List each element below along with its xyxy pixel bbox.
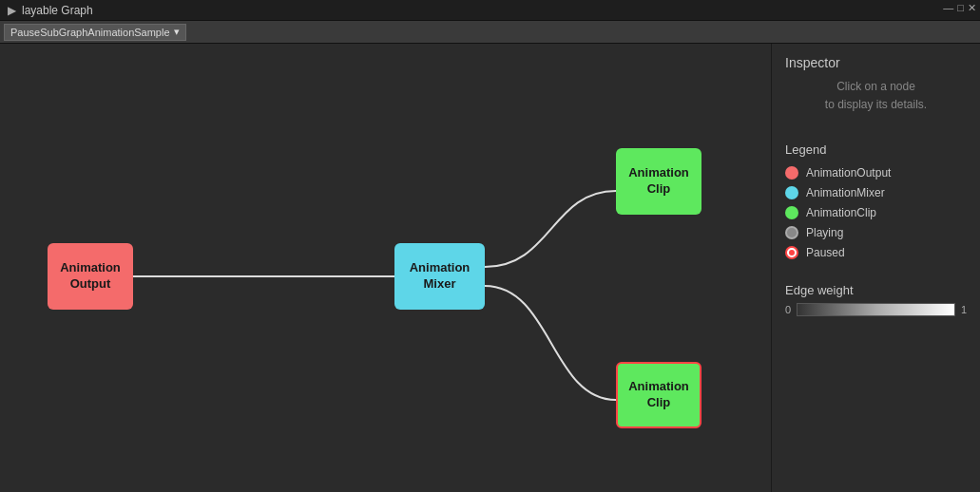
legend-item-output: AnimationOutput — [785, 166, 967, 180]
inspector-title: Inspector — [785, 55, 967, 70]
legend-dot-paused — [785, 246, 798, 259]
maximize-button[interactable]: □ — [957, 2, 964, 14]
edge-weight-section: Edge weight 0 1 — [785, 283, 967, 316]
animation-mixer-node[interactable]: AnimationMixer — [394, 243, 485, 310]
toolbar: PauseSubGraphAnimationSample ▾ — [0, 21, 980, 44]
legend-item-paused: Paused — [785, 246, 967, 259]
legend-title: Legend — [785, 142, 967, 157]
graph-dropdown[interactable]: PauseSubGraphAnimationSample ▾ — [4, 24, 186, 41]
legend-label-paused: Paused — [806, 246, 845, 259]
window-controls: — □ ✕ — [943, 2, 976, 14]
legend-item-mixer: AnimationMixer — [785, 186, 967, 199]
edge-weight-max: 1 — [961, 304, 967, 315]
legend-dot-output — [785, 166, 798, 180]
inspector-panel: Inspector Click on a node to display its… — [771, 44, 980, 492]
main-area: AnimationOutput AnimationMixer Animation… — [0, 44, 980, 492]
legend-dot-playing — [785, 226, 798, 239]
animation-clip-top-node[interactable]: AnimationClip — [616, 148, 701, 215]
edge-weight-min: 0 — [785, 304, 791, 315]
animation-clip-top-label: AnimationClip — [628, 165, 689, 198]
legend-dot-mixer — [785, 186, 798, 199]
animation-output-label: AnimationOutput — [60, 260, 121, 293]
legend-label-mixer: AnimationMixer — [806, 186, 885, 199]
animation-output-node[interactable]: AnimationOutput — [48, 243, 133, 310]
graph-canvas[interactable]: AnimationOutput AnimationMixer Animation… — [0, 44, 771, 492]
title-icon: ▶ — [8, 4, 16, 17]
legend-dot-clip — [785, 206, 798, 219]
gradient-bar — [797, 303, 955, 316]
legend-label-clip: AnimationClip — [806, 206, 876, 219]
legend-item-clip: AnimationClip — [785, 206, 967, 219]
animation-mixer-label: AnimationMixer — [410, 260, 471, 293]
animation-clip-bottom-node[interactable]: AnimationClip — [616, 362, 701, 428]
dropdown-arrow: ▾ — [174, 26, 180, 38]
legend-label-playing: Playing — [806, 226, 843, 239]
legend-label-output: AnimationOutput — [806, 166, 891, 180]
legend-item-playing: Playing — [785, 226, 967, 239]
title-bar: ▶ layable Graph — □ ✕ — [0, 0, 980, 21]
edge-weight-title: Edge weight — [785, 283, 967, 297]
inspector-hint: Click on a node to display its details. — [785, 78, 967, 114]
close-button[interactable]: ✕ — [968, 2, 976, 14]
title-bar-text: layable Graph — [22, 4, 93, 17]
edge-weight-scale: 0 1 — [785, 303, 967, 316]
minimize-button[interactable]: — — [943, 2, 953, 14]
dropdown-label: PauseSubGraphAnimationSample — [10, 27, 170, 38]
animation-clip-bottom-label: AnimationClip — [628, 379, 689, 411]
